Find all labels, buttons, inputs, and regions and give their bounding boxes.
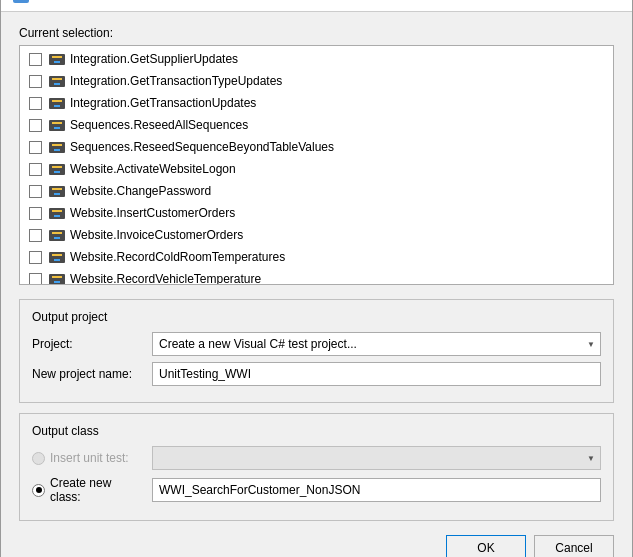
checkbox[interactable]	[29, 185, 42, 198]
method-icon	[49, 53, 65, 65]
item-label: Integration.GetSupplierUpdates	[70, 52, 238, 66]
list-item[interactable]: Website.RecordColdRoomTemperatures	[20, 246, 613, 268]
create-new-class-radio-area[interactable]: Create new class:	[32, 476, 142, 504]
new-project-name-row: New project name:	[32, 362, 601, 386]
item-label: Integration.GetTransactionUpdates	[70, 96, 256, 110]
method-icon	[49, 207, 65, 219]
list-item[interactable]: Sequences.ReseedAllSequences	[20, 114, 613, 136]
checkbox-area	[26, 270, 44, 284]
checkbox-area	[26, 182, 44, 200]
checkbox[interactable]	[29, 251, 42, 264]
selection-list-container: Integration.GetSupplierUpdatesIntegratio…	[19, 45, 614, 285]
list-item[interactable]: Website.ChangePassword	[20, 180, 613, 202]
project-row: Project: Create a new Visual C# test pro…	[32, 332, 601, 356]
project-label: Project:	[32, 337, 142, 351]
create-new-class-field-wrapper	[152, 478, 601, 502]
method-icon	[49, 141, 65, 153]
new-project-name-field-wrapper	[152, 362, 601, 386]
method-icon	[49, 273, 65, 284]
item-label: Website.RecordColdRoomTemperatures	[70, 250, 285, 264]
dialog-title: Create Unit Tests	[35, 0, 127, 2]
selection-list[interactable]: Integration.GetSupplierUpdatesIntegratio…	[20, 46, 613, 284]
create-new-class-input[interactable]	[152, 478, 601, 502]
project-select-wrapper: Create a new Visual C# test project...	[152, 332, 601, 356]
insert-unit-test-radio[interactable]	[32, 452, 45, 465]
title-controls: ? ✕	[568, 0, 620, 7]
checkbox[interactable]	[29, 119, 42, 132]
new-project-name-input[interactable]	[152, 362, 601, 386]
method-icon	[49, 75, 65, 87]
method-icon	[49, 97, 65, 109]
title-bar: ⚙ Create Unit Tests ? ✕	[1, 0, 632, 12]
insert-unit-test-select[interactable]	[152, 446, 601, 470]
checkbox[interactable]	[29, 273, 42, 285]
close-button[interactable]: ✕	[596, 0, 620, 7]
item-label: Sequences.ReseedAllSequences	[70, 118, 248, 132]
list-item[interactable]: Sequences.ReseedSequenceBeyondTableValue…	[20, 136, 613, 158]
checkbox-area	[26, 248, 44, 266]
new-project-name-label: New project name:	[32, 367, 142, 381]
create-new-class-row: Create new class:	[32, 476, 601, 504]
checkbox-area	[26, 116, 44, 134]
output-class-label: Output class	[32, 424, 601, 438]
insert-unit-test-row: Insert unit test:	[32, 446, 601, 470]
item-label: Integration.GetTransactionTypeUpdates	[70, 74, 282, 88]
checkbox-area	[26, 226, 44, 244]
method-icon	[49, 163, 65, 175]
checkbox[interactable]	[29, 53, 42, 66]
item-label: Website.ActivateWebsiteLogon	[70, 162, 236, 176]
method-icon	[49, 185, 65, 197]
list-item[interactable]: Integration.GetTransactionTypeUpdates	[20, 70, 613, 92]
output-project-label: Output project	[32, 310, 601, 324]
item-label: Website.InsertCustomerOrders	[70, 206, 235, 220]
checkbox-area	[26, 138, 44, 156]
insert-unit-test-radio-area[interactable]: Insert unit test:	[32, 451, 142, 465]
dialog-icon: ⚙	[13, 0, 29, 3]
checkbox-area	[26, 204, 44, 222]
checkbox[interactable]	[29, 75, 42, 88]
output-class-section: Output class Insert unit test: Create ne…	[19, 413, 614, 521]
checkbox[interactable]	[29, 97, 42, 110]
checkbox[interactable]	[29, 163, 42, 176]
item-label: Website.InvoiceCustomerOrders	[70, 228, 243, 242]
checkbox[interactable]	[29, 229, 42, 242]
current-selection-label: Current selection:	[19, 26, 614, 40]
list-item[interactable]: Integration.GetSupplierUpdates	[20, 48, 613, 70]
checkbox[interactable]	[29, 141, 42, 154]
method-icon	[49, 229, 65, 241]
item-label: Website.RecordVehicleTemperature	[70, 272, 261, 284]
checkbox-area	[26, 72, 44, 90]
checkbox[interactable]	[29, 207, 42, 220]
bottom-buttons: OK Cancel	[19, 535, 614, 557]
checkbox-area	[26, 160, 44, 178]
project-select[interactable]: Create a new Visual C# test project...	[152, 332, 601, 356]
list-item[interactable]: Website.RecordVehicleTemperature	[20, 268, 613, 284]
dialog-body: Current selection: Integration.GetSuppli…	[1, 12, 632, 557]
list-item[interactable]: Integration.GetTransactionUpdates	[20, 92, 613, 114]
item-label: Website.ChangePassword	[70, 184, 211, 198]
item-label: Sequences.ReseedSequenceBeyondTableValue…	[70, 140, 334, 154]
help-button[interactable]: ?	[568, 0, 592, 7]
checkbox-area	[26, 94, 44, 112]
method-icon	[49, 119, 65, 131]
create-unit-tests-dialog: ⚙ Create Unit Tests ? ✕ Current selectio…	[0, 0, 633, 557]
list-item[interactable]: Website.InvoiceCustomerOrders	[20, 224, 613, 246]
method-icon	[49, 251, 65, 263]
list-item[interactable]: Website.ActivateWebsiteLogon	[20, 158, 613, 180]
create-new-class-radio[interactable]	[32, 484, 45, 497]
cancel-button[interactable]: Cancel	[534, 535, 614, 557]
create-new-class-radio-label: Create new class:	[50, 476, 142, 504]
ok-button[interactable]: OK	[446, 535, 526, 557]
checkbox-area	[26, 50, 44, 68]
output-project-section: Output project Project: Create a new Vis…	[19, 299, 614, 403]
title-bar-left: ⚙ Create Unit Tests	[13, 0, 127, 3]
list-item[interactable]: Website.InsertCustomerOrders	[20, 202, 613, 224]
insert-unit-test-select-wrapper	[152, 446, 601, 470]
insert-unit-test-radio-label: Insert unit test:	[50, 451, 129, 465]
